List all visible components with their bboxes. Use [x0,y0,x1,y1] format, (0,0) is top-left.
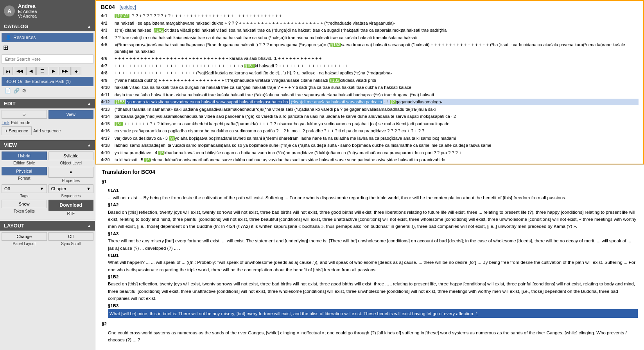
badge-s1b1[interactable]: §1B1 [244,64,255,68]
nav-prev-button[interactable]: ◀ [26,67,36,75]
view-content: Hybrid Edition Style Syllable Object Lev… [0,150,95,219]
translation-panel: Translation for BC04 §1 §1A1 ... will no… [95,164,644,350]
edit-row-1: ∞ View [2,110,93,119]
properties-label: Properties [62,179,80,183]
line-number: 4r19 [101,150,115,156]
badge-s4[interactable]: §4 [169,136,175,141]
sync-scroll-button[interactable]: Off [48,232,94,241]
section-id-1: §1 [102,178,638,185]
manuscript-line: 4r2 na haksati · se apalioṣena margabhav… [101,20,639,27]
user-email: E: Andrea [18,9,37,14]
line-text: ? ? trae sadriṭhia suha haksati kaiaceda… [115,34,639,41]
layout-section-header[interactable]: LAYOUT ▲ [0,221,95,231]
epidoc-link[interactable]: [epidoc] [120,4,136,10]
edit-row-3: + Sequence Add sequence [2,126,93,135]
badge-s1b2[interactable]: §1B2 [329,78,340,83]
layout-col-change: Change Panel Layout [2,232,47,246]
doc-icon-file[interactable]: 📄 [5,88,11,94]
view-col-hybrid: Hybrid Edition Style [2,152,47,165]
change-layout-button[interactable]: Change [2,232,47,241]
view-col-properties: ▪ Properties [48,167,94,183]
view-section-header[interactable]: VIEW ▲ [0,140,95,150]
nav-list-button[interactable]: ☰ [36,67,48,75]
add-seq-label: Add sequence [33,128,61,133]
nav-last-button[interactable]: ⏭ [72,67,81,75]
manuscript-line: 4r3 ś(*e) citane haksadi §1A2citidasa vi… [101,27,639,34]
line-text: «(*trae saparuṣa)daršana haksati budhapr… [115,41,639,54]
edit-label: EDIT [4,101,16,106]
divider-2 [0,139,95,139]
format-label: Format [18,176,30,180]
doc-icon-settings[interactable]: ⚙ [22,88,27,94]
manuscript-line: 4r14 pariceana gaga(*nadi)valiasamaloadh… [101,113,639,120]
link-button[interactable]: Link [2,120,9,125]
line-text: daṣia trae ca śuha haksati trae aśuha na… [115,92,639,98]
manuscript-line: 4r9 (*vane haksadi dukho) + + + + + + + … [101,77,639,84]
line-text: (*vane haksadi dukho) + + + + + + + + + … [115,77,639,84]
infinity-button[interactable]: ∞ [2,110,47,119]
view-col-physical: Physical Format [2,167,47,180]
search-input[interactable] [2,54,93,64]
section-text-2: One could cross world systems as numerou… [108,329,638,344]
edit-section-header[interactable]: EDIT ▲ [0,99,95,108]
nav-prev-fast-button[interactable]: ◀◀ [14,67,25,75]
line-number: 4r7 [101,63,115,69]
badge-s1s1a1[interactable]: §1§1A1 [115,14,129,18]
resources-icon: 👤 [5,35,11,40]
doc-icon-link[interactable]: 🔗 [13,88,20,94]
manuscript-line-selected[interactable]: 4r12 §1B3 ya mama ta sakṣitena sarvadroa… [101,99,639,105]
physical-button[interactable]: Physical [2,167,47,175]
translation-section-2: §2 One could cross world systems as nume… [102,320,638,343]
badge-s1b3[interactable]: §1B3 [115,100,125,104]
nav-next-button[interactable]: ▶ [49,67,58,75]
download-button[interactable]: Download [48,200,94,211]
subsection-id-1a3: §1A3 [108,230,638,237]
view-row-1: Hybrid Edition Style Syllable Object Lev… [2,152,93,165]
grid-icon[interactable]: ⊞ [3,44,8,51]
view-col-chapter: Chapter ▼ Sequences [48,184,94,198]
avatar: A [4,5,15,16]
line-text: pariceana gaga(*nadi)valiasamaloadhadusu… [115,113,639,120]
badge-s1a3[interactable]: §1A3 [330,43,341,47]
line-number: 4r18 [101,142,115,149]
off-tags-button[interactable]: Off ▼ [2,184,47,193]
manuscript-line: 4r11 daṣia trae ca śuha haksati trae aśu… [101,92,639,98]
chapter-button[interactable]: Chapter ▼ [48,184,94,193]
dropdown-arrow-icon: ▼ [40,186,44,191]
syllable-button[interactable]: Syllable [48,152,94,160]
manuscript-line: 4r18 labhadi samo añatradeṣehi ta vucadi… [101,142,639,149]
add-sequence-button[interactable]: + Sequence [2,126,32,135]
hybrid-button[interactable]: Hybrid [2,152,47,160]
subsection-text-1a3: There will not be any misery [but] every… [108,237,638,252]
badge-s1a2[interactable]: §1A2 [154,28,164,32]
line-number: 4r16 [101,128,115,134]
token-splits-label: Token Splits [14,209,35,213]
translation-section-1: §1 §1A1 ... will not exist ... By being … [102,178,638,318]
badge-s2[interactable]: §2 [390,100,396,104]
layout-content: Change Panel Layout Off Sync Scroll [0,231,95,249]
edition-style-label: Edition Style [13,161,35,165]
line-number: 4r14 [101,113,115,120]
catalog-section-header[interactable]: CATALOG ▲ [0,22,95,31]
translation-title: Translation for BC04 [102,169,638,175]
line-text: ca vrude prañaparamida ca pagiladha niṣa… [115,128,639,134]
show-button[interactable]: Show [2,200,47,208]
badge-s6[interactable]: §6 [144,158,150,162]
badge-s5[interactable]: §5 [158,151,164,155]
catalog-chevron: ▲ [87,24,91,29]
line-text: §3+ + + + + + + + ? + ? triboṣae ta asam… [115,121,639,127]
nav-next-fast-button[interactable]: ▶▶ [59,67,71,75]
resource-icons-row: ⊞ [2,42,93,53]
doc-item[interactable]: BC04-On the Bodhisattva Path (1) [2,77,93,86]
line-text: + + + + + + + + + + + + + + + + + + + + … [115,55,639,62]
layout-row-1: Change Panel Layout Off Sync Scroll [2,232,93,246]
view-button[interactable]: View [48,110,94,119]
manuscript-line: 4r20 ta ki haksati · 5 §6edena dukhañana… [101,157,639,163]
view-col-show: Show Token Splits [2,200,47,213]
properties-button[interactable]: ▪ [48,167,94,178]
badge-s3[interactable]: §3+ [115,122,123,126]
layout-chevron: ▲ [87,224,91,228]
nav-first-button[interactable]: ⏮ [3,67,13,75]
resources-button[interactable]: 👤 Resources [2,33,93,42]
edit-chevron: ▲ [87,101,91,106]
